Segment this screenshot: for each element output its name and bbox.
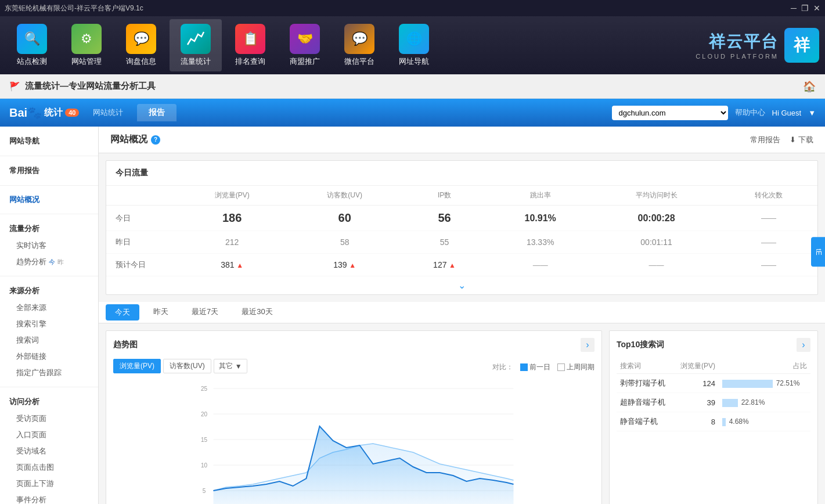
table-row-today: 今日 186 60 56 10.91% 00:00:28 —— [106,206,817,231]
sidebar-common-report[interactable]: 常用报告 [0,162,98,179]
sidebar-item-page-flow[interactable]: 页面上下游 [0,476,98,492]
logo-area: 祥云平台 CLOUD PLATFORM 祥 [696,28,819,63]
traffic-table: 浏览量(PV) 访客数(UV) IP数 跳出率 平均访问时长 转化次数 今日 1… [106,186,817,276]
nav-item-nav-guide[interactable]: 🌐 网址导航 [388,19,440,71]
sidebar-label-visited-domain: 受访域名 [16,446,46,456]
table-row-yesterday: 昨日 212 58 55 13.33% 00:01:11 —— [106,231,817,254]
chart-svg-wrapper: 25 20 15 10 5 [113,383,595,504]
sidebar-item-trend[interactable]: 趋势分析 今 昨 [0,254,98,270]
sidebar-visit-section: 访问分析 受访页面 入口页面 受访域名 页面点击图 页面上下游 事件分析 [0,387,98,504]
sidebar-label-realtime: 实时访客 [16,240,46,251]
sidebar-source-title[interactable]: 来源分析 [0,282,98,300]
top-nav: 🔍 站点检测 ⚙ 网站管理 💬 询盘信息 流量统计 📋 排名查询 🤝 商盟推广 [0,16,825,74]
main-layout: 网站导航 常用报告 网站概况 流量分析 实时访客 趋势分析 今 昨 来源分析 全… [0,127,825,504]
content-title-text: 网站概况 [110,134,147,146]
nav-item-site-manage[interactable]: ⚙ 网站管理 [60,19,113,71]
tab-yesterday[interactable]: 昨天 [142,302,180,323]
sidebar-item-realtime[interactable]: 实时访客 [0,237,98,254]
header-actions: 常用报告 ⬇ 下载 [750,135,813,145]
nav-item-site-check[interactable]: 🔍 站点检测 [6,19,58,71]
help-center-btn[interactable]: 帮助中心 [735,107,765,118]
sidebar-item-click-map[interactable]: 页面点击图 [0,459,98,476]
pv-cell: 124 [673,374,719,393]
tab-30days[interactable]: 最近30天 [230,302,284,323]
guest-dropdown-icon[interactable]: ▼ [808,109,816,117]
sidebar: 网站导航 常用报告 网站概况 流量分析 实时访客 趋势分析 今 昨 来源分析 全… [0,127,99,504]
domain-selector[interactable]: dgchulun.com [612,106,728,120]
restore-btn[interactable]: ❐ [801,3,809,13]
chart-tab-uv[interactable]: 访客数(UV) [163,359,211,373]
nav-icon-wechat: 💬 [344,24,374,54]
ip-yesterday-value: 55 [440,237,449,247]
conversion-today: —— [720,206,817,231]
sidebar-item-ad-track[interactable]: 指定广告跟踪 [0,365,98,381]
col-avg-time: 平均访问时长 [593,186,720,206]
common-report-btn[interactable]: 常用报告 [750,135,780,145]
sidebar-label-external-link: 外部链接 [16,351,46,362]
top10-expand-btn[interactable]: › [797,338,810,352]
sidebar-yesterday-tag: 昨 [57,258,64,267]
sidebar-visit-title[interactable]: 访问分析 [0,393,98,411]
sidebar-label-all-sources: 全部来源 [16,303,46,313]
sidebar-label-visited-pages: 受访页面 [16,413,46,424]
top10-section: Top10搜索词 › 搜索词 浏览量(PV) 占比 剥带打端子机 124 [609,330,818,504]
info-icon[interactable]: ? [151,135,160,145]
sidebar-item-search-word[interactable]: 搜索词 [0,332,98,348]
sidebar-item-all-sources[interactable]: 全部来源 [0,300,98,316]
close-btn[interactable]: ✕ [813,3,820,13]
sidebar-item-search-engine[interactable]: 搜索引擎 [0,316,98,332]
compare-last-week[interactable]: 上周同期 [557,362,595,372]
tab-today[interactable]: 今天 [106,304,139,321]
chart-tab-pv[interactable]: 浏览量(PV) [113,359,161,373]
compare-prev-day[interactable]: 前一日 [520,362,550,372]
bounce-yesterday: 13.33% [488,231,593,254]
sidebar-label-search-word: 搜索词 [16,335,39,345]
sidebar-item-external-link[interactable]: 外部链接 [0,348,98,365]
sidebar-item-event-analysis[interactable]: 事件分析 [0,492,98,504]
right-float-btn[interactable]: tE [811,237,825,267]
nav-item-traffic[interactable]: 流量统计 [170,19,222,71]
ip-predict-value: 127 [433,260,446,269]
checkbox-last-week [557,363,565,371]
guest-text[interactable]: Hi Guest [772,109,802,117]
trend-chart: 趋势图 › 浏览量(PV) 访客数(UV) 其它 ▼ 对比： [106,330,602,504]
chart-metric-tabs: 浏览量(PV) 访客数(UV) 其它 ▼ [113,359,247,373]
sidebar-item-entry-pages[interactable]: 入口页面 [0,427,98,443]
compare-prev-day-label: 前一日 [529,362,550,372]
pct-cell: 4.68% [719,412,810,431]
pv-yesterday-value: 212 [225,237,239,247]
nav-label-inquiry: 询盘信息 [126,56,156,67]
baidu-nav-site-stats[interactable]: 网站统计 [88,105,128,120]
bounce-predict: —— [488,254,593,276]
col-keyword: 搜索词 [617,359,673,374]
sidebar-nav-title[interactable]: 网站导航 [0,132,98,150]
sidebar-overview[interactable]: 网站概况 [0,192,98,208]
chart-tab-other[interactable]: 其它 ▼ [214,359,247,373]
baidu-tab-report[interactable]: 报告 [137,104,176,121]
baidu-bar: Bai🐾 统计 40 网站统计 报告 dgchulun.com 帮助中心 Hi … [0,99,825,127]
nav-item-alliance[interactable]: 🤝 商盟推广 [279,19,331,71]
pv-yesterday: 212 [176,231,288,254]
sidebar-traffic-title[interactable]: 流量分析 [0,220,98,237]
nav-items: 🔍 站点检测 ⚙ 网站管理 💬 询盘信息 流量统计 📋 排名查询 🤝 商盟推广 [6,19,440,71]
col-pct: 占比 [719,359,810,374]
chart-expand-btn[interactable]: › [581,338,595,352]
col-pv: 浏览量(PV) [176,186,288,206]
nav-label-nav-guide: 网址导航 [399,56,429,67]
nav-item-inquiry[interactable]: 💬 询盘信息 [115,19,167,71]
col-bounce: 跳出率 [488,186,593,206]
sidebar-item-visited-domain[interactable]: 受访域名 [0,443,98,459]
bounce-predict-value: —— [533,261,548,269]
header-flag-icon: 🚩 [9,81,20,92]
expand-row-btn[interactable]: ⌄ [106,276,817,294]
svg-text:5: 5 [203,488,206,494]
sidebar-item-visited-pages[interactable]: 受访页面 [0,411,98,427]
minimize-btn[interactable]: ─ [791,3,797,13]
nav-item-wechat[interactable]: 💬 微信平台 [333,19,386,71]
tab-7days[interactable]: 最近7天 [180,302,230,323]
settings-icon[interactable]: 🏠 [803,80,816,93]
compare-options: 对比： 前一日 上周同期 [492,362,595,372]
sidebar-label-search-engine: 搜索引擎 [16,319,46,329]
download-btn[interactable]: ⬇ 下载 [790,135,813,145]
nav-item-rank[interactable]: 📋 排名查询 [224,19,276,71]
